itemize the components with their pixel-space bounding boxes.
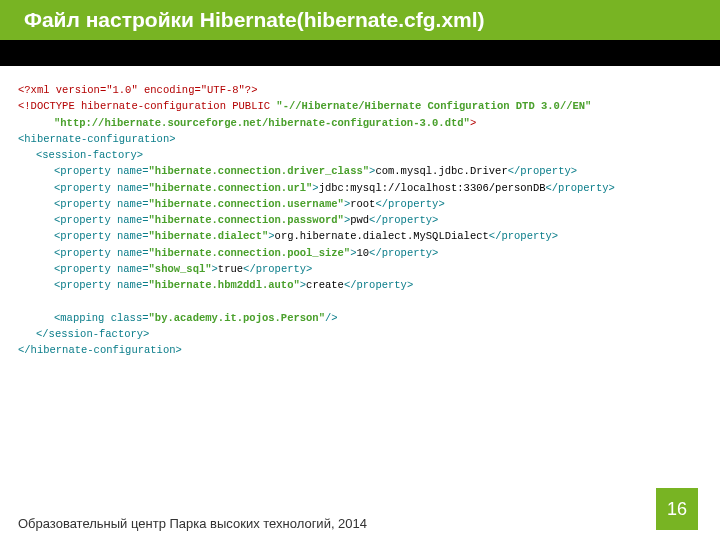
- hibernate-config-close: </hibernate-configuration>: [18, 342, 702, 358]
- blank-line: [18, 293, 702, 309]
- doctype-line1: <!DOCTYPE hibernate-configuration PUBLIC…: [18, 98, 702, 114]
- property-show-sql: <property name="show_sql">true</property…: [18, 261, 702, 277]
- paren-close: ): [478, 8, 485, 32]
- session-factory-close: </session-factory>: [18, 326, 702, 342]
- slide-header: Файл настройки Hibernate (hibernate.cfg.…: [0, 0, 720, 40]
- slide-footer: Образовательный центр Парка высоких техн…: [0, 506, 720, 540]
- property-driver: <property name="hibernate.connection.dri…: [18, 163, 702, 179]
- page-number: 16: [667, 499, 687, 520]
- property-url: <property name="hibernate.connection.url…: [18, 180, 702, 196]
- property-password: <property name="hibernate.connection.pas…: [18, 212, 702, 228]
- paren-open: (: [297, 8, 304, 32]
- hibernate-config-open: <hibernate-configuration>: [18, 131, 702, 147]
- property-hbm2ddl: <property name="hibernate.hbm2ddl.auto">…: [18, 277, 702, 293]
- property-dialect: <property name="hibernate.dialect">org.h…: [18, 228, 702, 244]
- footer-text: Образовательный центр Парка высоких техн…: [18, 516, 367, 531]
- property-username: <property name="hibernate.connection.use…: [18, 196, 702, 212]
- xml-declaration: <?xml version="1.0" encoding="UTF-8"?>: [18, 82, 702, 98]
- header-title: Файл настройки Hibernate: [24, 8, 297, 32]
- mapping-line: <mapping class="by.academy.it.pojos.Pers…: [18, 310, 702, 326]
- property-pool-size: <property name="hibernate.connection.poo…: [18, 245, 702, 261]
- session-factory-open: <session-factory>: [18, 147, 702, 163]
- sub-header-bar: [0, 40, 720, 66]
- page-number-badge: 16: [656, 488, 698, 530]
- code-block: <?xml version="1.0" encoding="UTF-8"?> <…: [0, 66, 720, 359]
- header-filename: hibernate.cfg.xml: [304, 8, 478, 32]
- doctype-line2: "http://hibernate.sourceforge.net/hibern…: [18, 115, 702, 131]
